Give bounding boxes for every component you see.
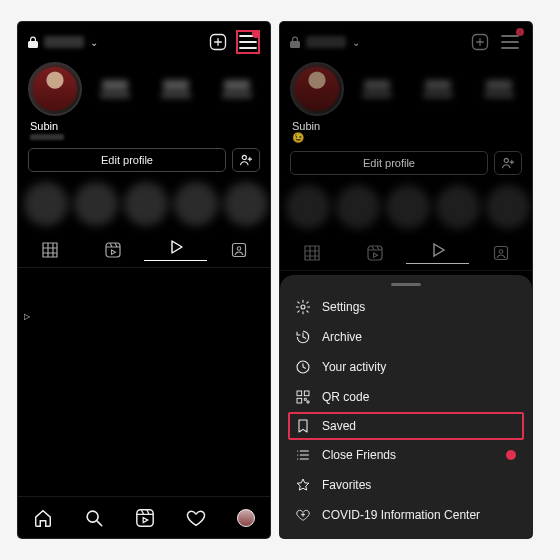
tab-video[interactable] (144, 238, 207, 261)
notification-dot-icon (252, 30, 260, 38)
following-stat[interactable] (222, 80, 252, 98)
nav-reels[interactable] (135, 508, 155, 528)
nav-home[interactable] (33, 508, 53, 528)
top-bar: ⌄ (18, 22, 270, 58)
followers-stat[interactable] (161, 80, 191, 98)
menu-label: Your activity (322, 360, 386, 374)
svg-point-8 (504, 158, 508, 162)
notification-dot-icon (506, 450, 516, 460)
posts-stat[interactable] (100, 80, 130, 98)
svg-rect-9 (368, 246, 382, 260)
svg-rect-2 (106, 243, 120, 257)
sheet-grabber[interactable] (391, 283, 421, 286)
options-bottom-sheet: Settings Archive Your activity QR code S (280, 275, 532, 538)
tab-grid[interactable] (18, 238, 81, 261)
menu-settings[interactable]: Settings (290, 292, 522, 322)
svg-point-4 (237, 246, 241, 250)
menu-label: Close Friends (322, 448, 396, 462)
profile-screen: ⌄ Subin Edit profile (18, 22, 270, 538)
tab-tagged[interactable] (207, 238, 270, 261)
play-icon: ▷ (24, 312, 30, 321)
menu-label: Favorites (322, 478, 371, 492)
chevron-down-icon[interactable]: ⌄ (352, 37, 360, 48)
discover-people-button[interactable] (232, 148, 260, 172)
svg-rect-16 (297, 398, 302, 403)
archive-icon (294, 329, 312, 345)
menu-close-friends[interactable]: Close Friends (290, 440, 522, 470)
menu-qr-code[interactable]: QR code (290, 382, 522, 412)
tab-reels[interactable] (81, 238, 144, 261)
bottom-nav (18, 496, 270, 538)
display-name: Subin (30, 120, 258, 132)
lock-icon (28, 36, 38, 48)
gear-icon (294, 299, 312, 315)
bio-blur (30, 134, 64, 140)
menu-label: COVID-19 Information Center (322, 508, 480, 522)
top-bar: ⌄ (280, 22, 532, 58)
edit-profile-button[interactable]: Edit profile (28, 148, 226, 172)
qr-icon (294, 389, 312, 405)
heart-plus-icon (294, 507, 312, 523)
display-name: Subin (292, 120, 520, 132)
menu-archive[interactable]: Archive (290, 322, 522, 352)
username-blur (44, 36, 84, 48)
display-name-block: Subin (18, 116, 270, 142)
feed-area[interactable]: ▷ (18, 268, 270, 496)
chevron-down-icon[interactable]: ⌄ (90, 37, 98, 48)
profile-tabs (280, 231, 532, 271)
menu-covid-info[interactable]: COVID-19 Information Center (290, 500, 522, 530)
tab-reels[interactable] (343, 241, 406, 264)
svg-rect-15 (304, 391, 309, 396)
tab-tagged[interactable] (469, 241, 532, 264)
bio-emoji: 😉 (292, 132, 520, 143)
menu-screen: ⌄ Subin 😉 Edit profile (280, 22, 532, 538)
tab-video[interactable] (406, 241, 469, 264)
profile-header (280, 58, 532, 116)
edit-row: Edit profile (18, 142, 270, 180)
stats-row (92, 80, 260, 98)
menu-label: QR code (322, 390, 369, 404)
avatar[interactable] (290, 62, 344, 116)
svg-point-12 (301, 305, 305, 309)
star-icon (294, 477, 312, 493)
tab-grid[interactable] (280, 241, 343, 264)
create-button[interactable] (468, 30, 492, 54)
menu-your-activity[interactable]: Your activity (290, 352, 522, 382)
menu-label: Saved (322, 419, 356, 433)
username-blur (306, 36, 346, 48)
highlights-row[interactable] (18, 180, 270, 228)
create-button[interactable] (206, 30, 230, 54)
profile-tabs (18, 228, 270, 268)
nav-profile[interactable] (237, 509, 255, 527)
edit-profile-button[interactable]: Edit profile (290, 151, 488, 175)
menu-favorites[interactable]: Favorites (290, 470, 522, 500)
hamburger-menu-button[interactable] (498, 30, 522, 54)
avatar[interactable] (28, 62, 82, 116)
edit-row: Edit profile (280, 145, 532, 183)
bookmark-icon (294, 418, 312, 434)
hamburger-menu-button[interactable] (236, 30, 260, 54)
svg-point-11 (499, 249, 503, 253)
notification-dot-icon (516, 28, 524, 36)
nav-activity[interactable] (186, 508, 206, 528)
stats-row (354, 80, 522, 98)
menu-label: Archive (322, 330, 362, 344)
menu-saved[interactable]: Saved (288, 412, 524, 440)
display-name-block: Subin 😉 (280, 116, 532, 145)
menu-label: Settings (322, 300, 365, 314)
highlights-row[interactable] (280, 183, 532, 231)
nav-search[interactable] (84, 508, 104, 528)
list-icon (294, 447, 312, 463)
lock-icon (290, 36, 300, 48)
svg-point-5 (87, 511, 98, 522)
svg-rect-14 (297, 391, 302, 396)
svg-point-1 (242, 155, 246, 159)
activity-icon (294, 359, 312, 375)
discover-people-button[interactable] (494, 151, 522, 175)
profile-header (18, 58, 270, 116)
